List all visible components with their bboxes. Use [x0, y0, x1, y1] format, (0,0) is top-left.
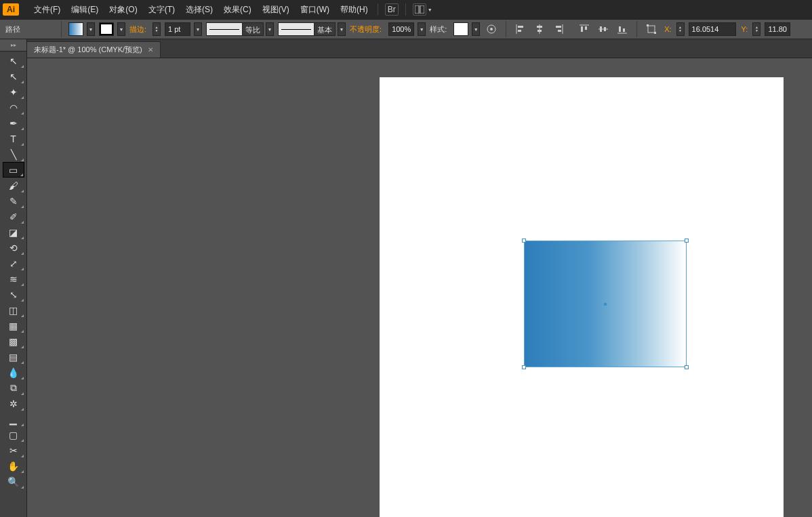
- selection-type-label: 路径: [5, 24, 20, 35]
- y-coord-input[interactable]: [765, 22, 790, 36]
- tool-flyout-indicator-icon: [21, 65, 24, 68]
- svg-rect-23: [647, 24, 649, 26]
- selection-handle-tr[interactable]: [685, 239, 689, 243]
- x-stepper-icon[interactable]: ▲▼: [676, 22, 685, 36]
- hand-tool[interactable]: ✋: [3, 458, 24, 474]
- document-tab-strip: 未标题-1* @ 100% (CMYK/预览) ✕: [27, 39, 812, 58]
- menu-view[interactable]: 视图(V): [257, 4, 295, 16]
- rectangle-tool[interactable]: ▭: [3, 162, 24, 178]
- direct-selection-tool[interactable]: ↖: [3, 68, 24, 84]
- arrange-dropdown-icon[interactable]: ▼: [428, 7, 432, 12]
- selection-handle-br[interactable]: [685, 365, 689, 369]
- symbol-sprayer-tool[interactable]: ✲: [3, 396, 24, 411]
- menu-help[interactable]: 帮助(H): [335, 4, 373, 16]
- menu-type[interactable]: 文字(T): [143, 4, 180, 16]
- brush-preview: [278, 22, 314, 36]
- bridge-icon[interactable]: Br: [385, 3, 399, 16]
- toolbox-collapse-icon[interactable]: ▸▸: [0, 39, 26, 51]
- pencil-tool[interactable]: ✎: [3, 193, 24, 209]
- fill-swatch[interactable]: [68, 22, 83, 36]
- brush-label: 基本: [314, 22, 336, 36]
- x-coord-label: X:: [664, 25, 671, 33]
- eyedropper-tool[interactable]: 💧: [3, 365, 24, 380]
- tool-flyout-indicator-icon: [21, 221, 24, 224]
- fill-dropdown-icon[interactable]: ▼: [87, 22, 95, 36]
- opacity-input[interactable]: [388, 22, 414, 36]
- menu-edit[interactable]: 编辑(E): [66, 4, 104, 16]
- menu-effect[interactable]: 效果(C): [218, 4, 257, 16]
- style-label: 样式:: [430, 24, 447, 35]
- document-area: 未标题-1* @ 100% (CMYK/预览) ✕ 极光下载站 www.xz7.…: [27, 39, 812, 517]
- svg-rect-22: [648, 26, 655, 33]
- stroke-dropdown-icon[interactable]: ▼: [117, 22, 125, 36]
- arrange-documents-icon[interactable]: [413, 3, 426, 16]
- svg-rect-17: [600, 26, 602, 32]
- stroke-profile-dropdown-icon[interactable]: ▼: [266, 22, 274, 36]
- stroke-swatch[interactable]: [99, 22, 114, 36]
- free-transform-tool[interactable]: ⤡: [3, 287, 24, 302]
- slice-tool[interactable]: ✂: [3, 442, 24, 458]
- style-swatch[interactable]: [453, 22, 468, 36]
- menu-file[interactable]: 文件(F): [28, 4, 66, 16]
- tool-flyout-indicator-icon: [21, 127, 24, 130]
- y-stepper-icon[interactable]: ▲▼: [752, 22, 760, 36]
- lasso-tool[interactable]: ◠: [3, 100, 24, 115]
- close-tab-icon[interactable]: ✕: [148, 46, 153, 54]
- transform-icon[interactable]: [645, 23, 657, 35]
- control-separator: [636, 21, 637, 37]
- column-graph-tool[interactable]: ▁: [3, 411, 24, 427]
- magic-wand-tool[interactable]: ✦: [3, 84, 24, 100]
- menu-select[interactable]: 选择(S): [180, 4, 218, 16]
- blend-tool[interactable]: ⧉: [3, 380, 24, 396]
- align-right-icon[interactable]: [552, 23, 565, 35]
- selection-handle-tl[interactable]: [522, 239, 526, 243]
- align-bottom-icon[interactable]: [616, 23, 628, 35]
- menu-object[interactable]: 对象(O): [104, 4, 142, 16]
- svg-rect-12: [558, 30, 561, 32]
- tool-flyout-indicator-icon: [21, 361, 24, 364]
- zoom-tool[interactable]: 🔍: [3, 474, 24, 489]
- style-dropdown-icon[interactable]: ▼: [472, 22, 480, 36]
- width-tool[interactable]: ≋: [3, 271, 24, 287]
- artboard[interactable]: 极光下载站 www.xz7.com: [380, 77, 784, 517]
- stroke-profile-group[interactable]: 等比 ▼: [206, 22, 274, 36]
- stroke-label[interactable]: 描边:: [129, 24, 146, 35]
- canvas-area[interactable]: 极光下载站 www.xz7.com: [27, 58, 812, 517]
- brush-group[interactable]: 基本 ▼: [278, 22, 346, 36]
- line-segment-tool[interactable]: ╲: [3, 146, 24, 162]
- menu-window[interactable]: 窗口(W): [295, 4, 335, 16]
- align-center-h-icon[interactable]: [533, 23, 546, 35]
- stroke-weight-stepper-icon[interactable]: ▲▼: [153, 22, 161, 36]
- align-left-icon[interactable]: [514, 23, 527, 35]
- scale-tool[interactable]: ⤢: [3, 255, 24, 271]
- tool-flyout-indicator-icon: [21, 377, 24, 379]
- stroke-weight-dropdown-icon[interactable]: ▼: [194, 22, 202, 36]
- eraser-tool[interactable]: ◪: [3, 224, 24, 240]
- svg-rect-20: [619, 26, 621, 32]
- menu-separator: [405, 3, 406, 16]
- paintbrush-tool[interactable]: 🖌: [3, 178, 24, 193]
- align-center-v-icon[interactable]: [597, 23, 609, 35]
- gradient-tool[interactable]: ▤: [3, 349, 24, 365]
- selected-rectangle-shape[interactable]: [524, 241, 687, 367]
- opacity-dropdown-icon[interactable]: ▼: [418, 22, 426, 36]
- mesh-tool[interactable]: ▩: [3, 333, 24, 349]
- perspective-grid-tool[interactable]: ▦: [3, 318, 24, 333]
- x-coord-input[interactable]: [689, 22, 736, 36]
- rotate-tool[interactable]: ⟲: [3, 240, 24, 255]
- artboard-tool[interactable]: ▢: [3, 427, 24, 442]
- type-tool[interactable]: T: [3, 131, 24, 146]
- selection-handle-bl[interactable]: [522, 365, 526, 369]
- opacity-label[interactable]: 不透明度:: [350, 24, 382, 35]
- align-top-icon[interactable]: [578, 23, 590, 35]
- document-tab[interactable]: 未标题-1* @ 100% (CMYK/预览) ✕: [27, 41, 161, 58]
- tool-flyout-indicator-icon: [21, 96, 24, 99]
- recolor-artwork-icon[interactable]: [485, 23, 498, 35]
- menu-separator: [378, 3, 378, 16]
- pen-tool[interactable]: ✒: [3, 115, 24, 131]
- stroke-weight-input[interactable]: [165, 22, 190, 36]
- shape-builder-tool[interactable]: ◫: [3, 302, 24, 318]
- selection-tool[interactable]: ↖: [3, 53, 24, 68]
- blob-brush-tool[interactable]: ✐: [3, 209, 24, 224]
- brush-dropdown-icon[interactable]: ▼: [338, 22, 346, 36]
